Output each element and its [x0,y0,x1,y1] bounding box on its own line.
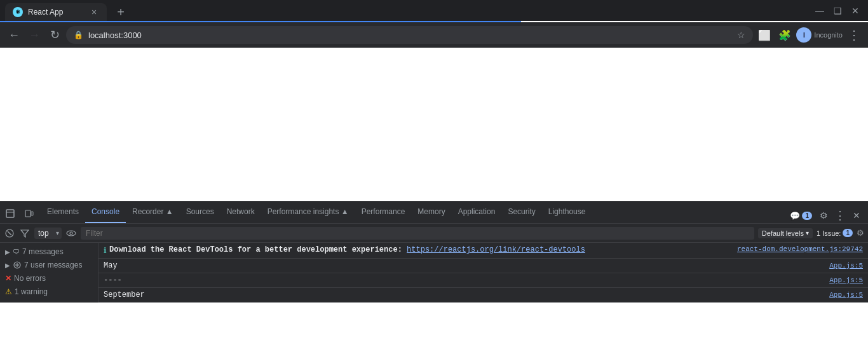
top-context-selector-wrap: top ▾ [34,228,62,239]
devtools-close-button[interactable]: ✕ [849,208,864,223]
errors-icon: ✕ [5,274,11,283]
tab-console[interactable]: Console [85,201,126,223]
omnibox[interactable]: 🔒 localhost:3000 ☆ [66,26,753,44]
console-filter-input[interactable] [81,227,754,240]
user-messages-label: 7 user messages [24,261,93,269]
top-context-selector[interactable]: top [34,228,62,239]
devtools-tab-bar: Elements Console Recorder ▲ Sources Netw… [0,201,868,224]
browser-chrome: ⚛ React App × + — ❑ ✕ ← → ↻ 🔒 localhost:… [0,0,868,303]
msg-source-september[interactable]: App.js:5 [819,291,863,299]
warnings-icon: ⚠ [5,287,12,296]
devtools-panel: Elements Console Recorder ▲ Sources Netw… [0,201,868,303]
msg-content-devtools: Download the React DevTools for a better… [109,245,727,254]
msg-source-may[interactable]: App.js:5 [819,262,863,269]
console-sidebar: ▶ 🗨 7 messages ▶ 7 user messages ✕ No er… [0,243,98,303]
console-settings-button[interactable]: ⚙ [857,228,864,238]
url-display: localhost:3000 [88,31,732,40]
issues-icon: 💬 [790,211,800,221]
devtools-more-button[interactable]: ⋮ [832,208,848,223]
svg-marker-6 [21,230,29,237]
user-messages-icon [13,261,22,269]
tab-network[interactable]: Network [220,201,261,223]
devtools-settings-button[interactable]: ⚙ [816,208,831,223]
msg-source-devtools[interactable]: react-dom.development.js:29742 [727,245,863,253]
warnings-label: 1 warning [15,287,93,296]
issues-count-badge: 1 [843,229,853,237]
tab-memory[interactable]: Memory [411,201,451,223]
bookmark-icon[interactable]: ☆ [737,30,745,40]
sidebar-item-warnings[interactable]: ⚠ 1 warning [0,285,98,298]
inspect-button[interactable] [1,205,19,223]
default-levels-label: Default levels [762,229,804,237]
svg-rect-3 [31,212,33,215]
messages-icon: 🗨 [13,248,20,255]
tab-security[interactable]: Security [501,201,541,223]
issues-badge-button[interactable]: 💬 1 [787,211,815,221]
sidebar-item-messages[interactable]: ▶ 🗨 7 messages [0,245,98,258]
svg-point-8 [70,232,72,235]
svg-point-7 [67,231,76,236]
console-message-devtools: ℹ Download the React DevTools for a bett… [98,243,868,259]
maximize-button[interactable]: ❑ [830,3,845,18]
tab-elements[interactable]: Elements [41,201,85,223]
tab-performance-insights[interactable]: Performance insights ▲ [261,201,355,223]
tab-lighthouse[interactable]: Lighthouse [542,201,592,223]
tab-performance[interactable]: Performance [355,201,412,223]
sidebar-item-user-messages[interactable]: ▶ 7 user messages [0,259,98,271]
console-messages: ℹ Download the React DevTools for a bett… [98,243,868,303]
reload-button[interactable]: ↻ [46,26,64,44]
issues-badge: 1 [802,212,812,220]
sidebar-item-errors[interactable]: ✕ No errors [0,272,98,285]
console-message-september: September App.js:5 [98,288,868,303]
issues-count-display[interactable]: 1 Issue: 1 [817,229,853,237]
minimize-button[interactable]: — [812,3,827,18]
forward-button[interactable]: → [25,26,43,44]
default-levels-arrow-icon: ▾ [806,229,809,236]
filter-console-button[interactable] [19,228,31,239]
tab-bar: ⚛ React App × + — ❑ ✕ [0,0,868,21]
chrome-menu-button[interactable]: ⋮ [845,26,863,44]
default-levels-button[interactable]: Default levels ▾ [758,228,813,238]
console-message-divider: ---- App.js:5 [98,273,868,288]
incognito-label: Incognito [814,31,843,39]
back-button[interactable]: ← [5,26,23,44]
issues-text: 1 Issue: [817,229,841,237]
new-tab-button[interactable]: + [112,3,130,21]
extensions-button[interactable]: 🧩 [776,26,794,44]
msg-content-divider: ---- [104,276,819,285]
tab-recorder[interactable]: Recorder ▲ [126,201,180,223]
sidebar-toggle-button[interactable]: ⬜ [756,26,773,44]
msg-content-may: May [104,261,819,270]
tab-title: React App [28,8,84,17]
svg-rect-0 [6,210,14,217]
tab-favicon: ⚛ [13,7,23,17]
eye-filter-button[interactable] [65,228,77,239]
profile-button[interactable]: I Incognito [796,27,843,43]
console-toolbar: top ▾ Default levels ▾ 1 Issue: 1 ⚙ [0,224,868,243]
svg-line-5 [8,231,11,235]
msg-info-icon: ℹ [104,246,107,255]
console-message-may: May App.js:5 [98,259,868,273]
msg-source-divider[interactable]: App.js:5 [819,276,863,284]
messages-label: 7 messages [22,247,93,256]
errors-label: No errors [14,274,93,283]
device-toggle-button[interactable] [20,205,38,223]
address-bar: ← → ↻ 🔒 localhost:3000 ☆ ⬜ 🧩 I Incognito… [0,22,868,48]
window-controls: — ❑ ✕ [812,3,863,18]
avatar: I [796,27,811,43]
clear-console-button[interactable] [4,228,15,239]
close-window-button[interactable]: ✕ [848,3,863,18]
tab-close-icon[interactable]: × [89,7,99,17]
tab-application[interactable]: Application [452,201,502,223]
tab-sources[interactable]: Sources [180,201,220,223]
msg-content-september: September [104,290,819,299]
devtools-right-controls: 💬 1 ⚙ ⋮ ✕ [787,208,868,223]
user-messages-expand-icon: ▶ [5,262,10,269]
active-tab[interactable]: ⚛ React App × [5,3,107,21]
svg-rect-2 [25,210,31,217]
page-content [0,48,868,201]
console-area: ▶ 🗨 7 messages ▶ 7 user messages ✕ No er… [0,243,868,303]
lock-icon: 🔒 [74,31,83,39]
react-devtools-link[interactable]: https://reactjs.org/link/react-devtools [407,245,585,254]
messages-expand-icon: ▶ [5,248,10,255]
